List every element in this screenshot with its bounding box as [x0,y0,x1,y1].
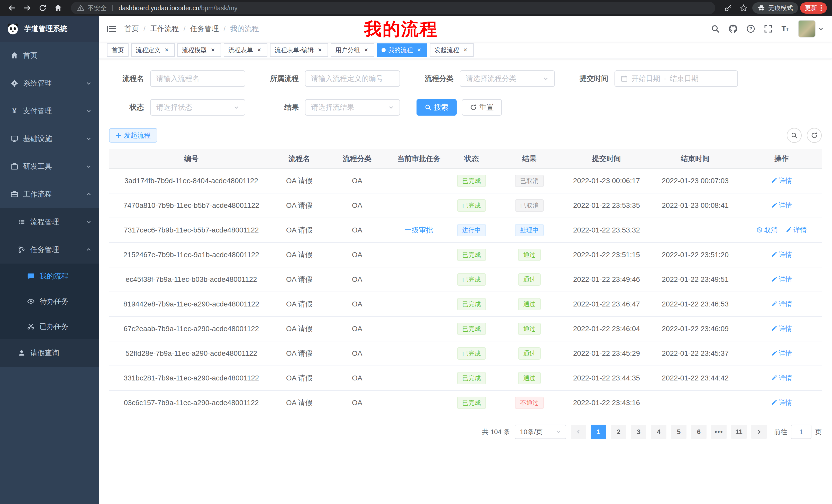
detail-link[interactable]: 详情 [786,226,807,234]
avatar[interactable] [798,20,815,37]
current-task-link[interactable]: 一级审批 [405,226,433,234]
breadcrumb-workflow[interactable]: 工作流程 [150,24,179,34]
goto-page-input[interactable] [791,425,811,439]
prev-page-button[interactable] [571,425,586,439]
browser-home-icon[interactable] [51,1,65,15]
table-row: 52ffd28e-7b9a-11ec-a290-acde48001122 OA … [109,341,822,366]
tab-label: 流程表单 [228,46,253,54]
tab-start-process[interactable]: 发起流程× [430,44,474,57]
sidebar-item-process-management[interactable]: 流程管理 [0,208,99,236]
briefcase-icon [10,163,19,170]
address-bar[interactable]: 不安全 dashboard.yudao.iocoder.cn/bpm/task/… [71,2,715,14]
date-end-placeholder: 结束日期 [670,74,699,83]
date-range-picker[interactable]: 开始日期 - 结束日期 [615,71,738,87]
help-icon[interactable]: ? [746,24,755,33]
detail-link[interactable]: 详情 [771,250,792,259]
sidebar-item-dev-tools[interactable]: 研发工具 [0,152,99,180]
kebab-menu-icon[interactable] [820,4,822,11]
detail-link[interactable]: 详情 [771,373,792,383]
result-badge: 通过 [518,323,541,335]
sidebar-item-infrastructure[interactable]: 基础设施 [0,125,99,152]
process-name-input[interactable] [150,71,245,87]
tab-process-form[interactable]: 流程表单× [224,44,267,57]
start-process-button[interactable]: 发起流程 [109,128,157,143]
select-placeholder: 请选择状态 [156,103,192,112]
result-badge: 不通过 [515,397,544,409]
incognito-icon [757,4,765,12]
close-icon[interactable]: × [363,47,370,54]
tab-process-definition[interactable]: 流程定义× [131,44,175,57]
sidebar-item-my-process[interactable]: 我的流程 [0,263,99,289]
table-row: 03c6c157-7b9a-11ec-a290-acde48001122 OA … [109,390,822,415]
detail-link[interactable]: 详情 [771,349,792,358]
close-icon[interactable]: × [462,47,469,54]
pagination-total: 共 104 条 [482,427,510,437]
page-button-1[interactable]: 1 [591,425,606,439]
page-button-3[interactable]: 3 [631,425,646,439]
cell-category: OA [325,193,389,218]
cancel-link[interactable]: 取消 [756,226,778,234]
detail-link[interactable]: 详情 [771,398,792,407]
browser-back-icon[interactable] [5,1,19,15]
detail-link[interactable]: 详情 [771,300,792,309]
next-page-button[interactable] [751,425,767,439]
result-select[interactable]: 请选择流结果 [305,99,400,116]
reset-button[interactable]: 重置 [462,99,502,116]
fullscreen-icon[interactable] [764,24,773,33]
tab-process-model[interactable]: 流程模型× [177,44,221,57]
sidebar-item-payment[interactable]: ¥ 支付管理 [0,97,99,125]
page-button-6[interactable]: 6 [691,425,706,439]
sidebar-item-home[interactable]: 首页 [0,41,99,69]
process-id-input[interactable] [305,71,400,87]
sidebar-toggle-icon[interactable] [107,25,116,33]
page-button-4[interactable]: 4 [651,425,667,439]
toggle-search-button[interactable] [787,128,802,143]
refresh-table-button[interactable] [807,128,822,143]
sidebar-item-task-management[interactable]: 任务管理 [0,236,99,263]
page-size-select[interactable]: 10条/页 [515,425,566,439]
page-button-5[interactable]: 5 [671,425,686,439]
browser-forward-icon[interactable] [21,1,34,15]
monitor-icon [10,135,19,143]
sidebar-item-system[interactable]: 系统管理 [0,69,99,97]
pagination-ellipsis[interactable]: ••• [711,425,727,439]
breadcrumb-home[interactable]: 首页 [125,24,139,34]
tab-process-form-edit[interactable]: 流程表单-编辑× [270,44,328,57]
github-icon[interactable] [728,24,738,33]
detail-link[interactable]: 详情 [771,176,792,185]
search-button[interactable]: 搜索 [417,99,457,116]
close-icon[interactable]: × [209,47,216,54]
close-icon[interactable]: × [415,47,423,54]
detail-link[interactable]: 详情 [771,201,792,210]
detail-link[interactable]: 详情 [771,324,792,333]
process-category-select[interactable]: 请选择流程分类 [460,71,555,87]
search-icon[interactable] [711,24,720,33]
app-logo[interactable]: 芋道管理系统 [0,16,99,41]
cell-submit-time: 2022-01-23 00:06:17 [564,169,649,193]
page-button-2[interactable]: 2 [611,425,626,439]
user-menu[interactable] [798,20,824,37]
tab-my-process[interactable]: 我的流程× [377,44,427,57]
breadcrumb-task-management[interactable]: 任务管理 [190,24,219,34]
tab-home[interactable]: 首页 [107,44,129,57]
browser-refresh-icon[interactable] [36,1,49,15]
password-key-icon[interactable] [722,1,735,15]
sidebar-item-leave-query[interactable]: 请假查询 [0,339,99,367]
close-icon[interactable]: × [316,47,323,54]
detail-link[interactable]: 详情 [771,275,792,284]
bookmark-star-icon[interactable] [737,1,750,15]
sidebar-item-workflow[interactable]: 工作流程 [0,180,99,208]
font-size-icon[interactable]: TT [781,24,788,33]
browser-update-button[interactable]: 更新 [800,2,827,13]
incognito-badge: 无痕模式 [752,2,798,13]
cell-name: OA 请假 [274,243,325,267]
chevron-down-icon [556,429,561,435]
status-select[interactable]: 请选择状态 [150,99,245,116]
cell-name: OA 请假 [274,267,325,292]
close-icon[interactable]: × [163,47,170,54]
sidebar-item-todo-tasks[interactable]: 待办任务 [0,289,99,314]
page-button-11[interactable]: 11 [731,425,747,439]
close-icon[interactable]: × [256,47,263,54]
tab-user-group[interactable]: 用户分组× [331,44,374,57]
sidebar-item-done-tasks[interactable]: 已办任务 [0,314,99,339]
